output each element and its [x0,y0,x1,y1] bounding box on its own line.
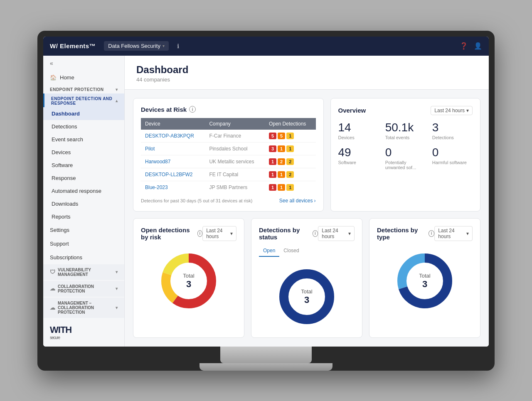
tab-open[interactable]: Open [259,246,279,257]
stat-label: Devices [338,135,379,140]
vulnerability-label: VULNERABILITY MANAGEMENT [58,268,116,277]
detections-status-title: Detections by status i [259,226,318,241]
devices-table-footer: Detections for past 30 days (5 out of 31… [141,198,316,204]
detections-status-title-text: Detections by status [259,226,310,241]
open-detections-title: Open detections by risk i [141,226,202,241]
sidebar-item-subscriptions[interactable]: Subscriptions [43,251,124,264]
detection-badge: 2 [286,171,294,178]
sidebar-home-label: Home [60,74,74,81]
device-link[interactable]: DESKTOP-AB3KPQR [145,133,194,139]
home-icon: 🏠 [50,74,57,81]
detection-badge: 1 [269,184,276,191]
col-open-detections: Open Detections [265,118,316,130]
sidebar-item-reports[interactable]: Reports [43,210,124,223]
detections-status-donut-label: Total 3 [301,288,312,305]
sidebar-item-software[interactable]: Software [43,159,124,172]
sidebar-item-downloads[interactable]: Downloads [43,197,124,210]
sidebar-item-settings[interactable]: Settings [43,223,124,237]
device-link[interactable]: Pilot [145,146,155,152]
company-cell: Pinsdales School [205,142,264,155]
sidebar-section-endpoint-protection[interactable]: ENDPOINT PROTECTION ▾ [43,84,124,93]
dashboard-label: Dashboard [52,111,80,117]
content-area: Devices at Risk i Device Company [125,90,489,346]
edr-label: ENDPOINT DETECTION AND RESPONSE [51,96,116,106]
stat-value: 49 [338,147,379,158]
devices-at-risk-info-icon[interactable]: i [189,106,196,113]
help-icon[interactable]: ❓ [460,42,468,50]
navbar-org-selector[interactable]: Data Fellows Security ▾ [104,41,169,51]
detections-type-time-selector[interactable]: Last 24 hours ▾ [434,226,473,241]
device-link[interactable]: DESKTOP-LL2BFW2 [145,172,192,177]
org-chevron-icon: ▾ [163,44,165,48]
devices-table: Device Company Open Detections DESKTOP-A… [141,118,316,194]
detections-status-info-icon[interactable]: i [313,230,318,237]
navbar-info-icon[interactable]: ℹ [177,43,179,49]
col-company: Company [205,118,264,130]
table-row: Harwood87UK Metallic services122 [141,155,316,168]
overview-stat: 50.1kTotal events [385,122,426,140]
sidebar-item-dashboard[interactable]: Dashboard [43,107,124,120]
badges-cell: 122 [265,155,316,168]
navbar: W/ Elements™ Data Fellows Security ▾ ℹ ❓… [43,37,489,56]
open-detections-header: Open detections by risk i Last 24 hours … [141,226,236,241]
detections-status-chevron-icon: ▾ [348,231,351,236]
stat-value: 3 [432,122,473,133]
sidebar-item-support[interactable]: Support [43,237,124,251]
sidebar-collapse-button[interactable]: « [43,56,124,71]
stat-value: 0 [385,147,426,158]
open-detections-chevron-icon: ▾ [230,231,233,236]
detections-type-info-icon[interactable]: i [429,230,434,237]
stat-label: Harmful software [432,160,473,165]
withsecure-logo: WITHsecure [50,325,118,340]
badges-cell: 112 [265,168,316,181]
page-title: Dashboard [136,64,477,76]
detections-type-title-text: Detections by type [377,226,426,241]
stat-value: 14 [338,122,379,133]
overview-stat: 14Devices [338,122,379,140]
detections-type-donut: Total 3 [392,248,458,314]
tab-closed[interactable]: Closed [279,246,303,257]
sidebar: « 🏠 Home ENDPOINT PROTECTION ▾ ENDPOINT … [43,56,125,347]
user-icon[interactable]: 👤 [474,42,482,50]
sidebar-item-devices[interactable]: Devices [43,146,124,159]
detections-status-header: Detections by status i Last 24 hours ▾ [259,226,355,241]
detections-status-time-selector[interactable]: Last 24 hours ▾ [318,226,355,241]
badges-cell: 111 [265,181,316,194]
open-detections-title-text: Open detections by risk [141,226,195,241]
endpoint-protection-chevron-icon: ▾ [116,87,118,92]
sidebar-section-edr[interactable]: ENDPOINT DETECTION AND RESPONSE ▴ [43,93,124,107]
subscriptions-label: Subscriptions [50,254,82,261]
navbar-right: ❓ 👤 [460,42,482,50]
vulnerability-chevron-icon: ▾ [116,270,118,274]
open-detections-info-icon[interactable]: i [197,230,203,237]
sidebar-section-vulnerability-management[interactable]: 🛡 VULNERABILITY MANAGEMENT ▾ [43,264,124,280]
endpoint-protection-label: ENDPOINT PROTECTION [50,87,104,92]
stat-value: 0 [432,147,473,158]
detections-by-status-card: Detections by status i Last 24 hours ▾ O… [251,218,362,338]
overview-stat: 49Software [338,147,379,170]
stat-value: 50.1k [385,122,426,133]
detection-badge: 1 [286,133,294,139]
event-search-label: Event search [52,136,83,143]
company-cell: F-Car Finance [205,130,264,143]
stat-label: Total events [385,135,426,140]
sidebar-item-home[interactable]: 🏠 Home [43,71,124,84]
sidebar-item-response[interactable]: Response [43,172,124,185]
detection-badge: 5 [278,133,285,139]
device-link[interactable]: Harwood87 [145,159,170,165]
sidebar-item-event-search[interactable]: Event search [43,133,124,146]
table-row: DESKTOP-LL2BFW2FE IT Capital112 [141,168,316,181]
open-detections-total-label: Total [183,272,194,278]
sidebar-section-collaboration-protection[interactable]: ☁ COLLABORATION PROTECTION ▾ [43,281,124,297]
sidebar-item-automated-response[interactable]: Automated response [43,185,124,197]
org-name: Data Fellows Security [108,43,160,49]
see-all-label: See all devices [279,198,313,204]
device-link[interactable]: Blue-2023 [145,185,168,190]
detections-status-time-label: Last 24 hours [322,228,347,239]
sidebar-item-detections[interactable]: Detections [43,120,124,133]
overview-time-selector[interactable]: Last 24 hours ▾ [431,106,473,115]
open-detections-time-selector[interactable]: Last 24 hours ▾ [202,226,236,241]
automated-response-label: Automated response [52,188,101,194]
sidebar-section-mgmt-collab[interactable]: ☁ MANAGEMENT – COLLABORATION PROTECTION … [43,298,124,318]
see-all-devices-link[interactable]: See all devices › [279,198,316,204]
